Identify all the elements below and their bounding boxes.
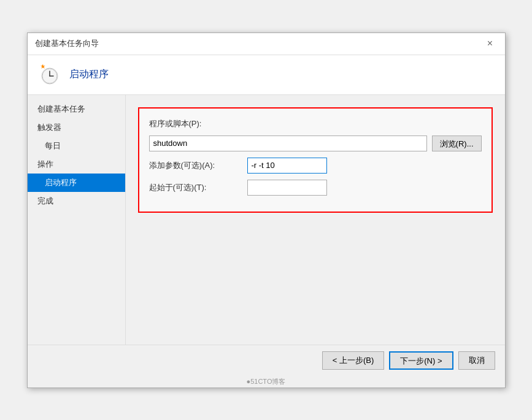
title-bar: 创建基本任务向导 × — [28, 33, 505, 55]
params-input[interactable] — [247, 158, 327, 174]
main-content: 创建基本任务 触发器 每日 操作 启动程序 完成 程序或脚本(P): 浏览(R)… — [28, 95, 505, 345]
sidebar-item-finish[interactable]: 完成 — [28, 192, 125, 210]
program-row: 程序或脚本(P): — [149, 118, 482, 129]
header-section: 启动程序 — [28, 55, 505, 95]
sidebar-item-action[interactable]: 操作 — [28, 155, 125, 174]
dialog: 创建基本任务向导 × 启动程序 创建基本任务 触发器 每日 操作 启动程序 — [27, 32, 506, 388]
svg-marker-4 — [40, 64, 45, 68]
footer: < 上一步(B) 下一步(N) > 取消 — [28, 345, 505, 376]
header-icon — [37, 63, 62, 87]
start-input[interactable] — [247, 180, 327, 196]
program-input[interactable] — [149, 136, 427, 151]
form-area: 程序或脚本(P): 浏览(R)... 添加参数(可选)(A): 起始于(可选)(… — [126, 95, 505, 345]
header-title: 启动程序 — [69, 68, 109, 81]
close-button[interactable]: × — [483, 36, 498, 51]
clock-icon — [39, 64, 61, 86]
sidebar-item-start-program[interactable]: 启动程序 — [28, 174, 125, 192]
program-label: 程序或脚本(P): — [149, 118, 247, 129]
title-bar-left: 创建基本任务向导 — [35, 38, 99, 49]
red-highlight-box: 程序或脚本(P): 浏览(R)... 添加参数(可选)(A): 起始于(可选)(… — [138, 107, 493, 213]
params-row: 添加参数(可选)(A): — [149, 158, 482, 174]
cancel-button[interactable]: 取消 — [458, 351, 495, 370]
sidebar-item-daily[interactable]: 每日 — [28, 137, 125, 155]
sidebar: 创建基本任务 触发器 每日 操作 启动程序 完成 — [28, 95, 126, 345]
next-button[interactable]: 下一步(N) > — [389, 351, 453, 370]
watermark: ●51CTO博客 — [28, 376, 505, 388]
prev-button[interactable]: < 上一步(B) — [322, 351, 385, 370]
sidebar-item-trigger[interactable]: 触发器 — [28, 118, 125, 137]
browse-button[interactable]: 浏览(R)... — [432, 136, 482, 151]
program-input-row: 浏览(R)... — [149, 136, 482, 151]
params-label: 添加参数(可选)(A): — [149, 160, 247, 171]
start-label: 起始于(可选)(T): — [149, 182, 247, 193]
dialog-title: 创建基本任务向导 — [35, 38, 99, 49]
start-row: 起始于(可选)(T): — [149, 180, 482, 196]
sidebar-item-create-task[interactable]: 创建基本任务 — [28, 100, 125, 118]
